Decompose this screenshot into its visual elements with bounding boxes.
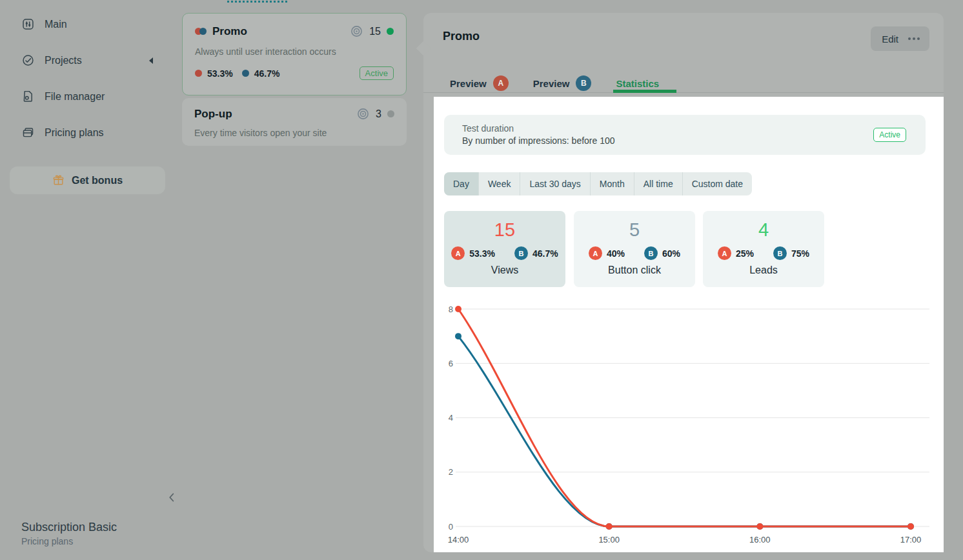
filter-day[interactable]: Day bbox=[444, 172, 479, 195]
variant-a-badge: A bbox=[451, 246, 465, 260]
panel-pointer-notch bbox=[416, 41, 431, 56]
campaign-title: Pop-up bbox=[194, 108, 232, 121]
variant-b-percent: 46.7% bbox=[532, 248, 558, 259]
sidebar-item-main[interactable]: Main bbox=[21, 17, 67, 31]
tab-label: Statistics bbox=[616, 78, 659, 89]
svg-text:0: 0 bbox=[449, 522, 453, 532]
more-options-icon[interactable] bbox=[907, 37, 929, 40]
edit-button-group: Edit bbox=[871, 26, 929, 51]
variant-a-badge: A bbox=[493, 75, 509, 91]
sidebar-item-label: Main bbox=[45, 19, 67, 30]
variant-a-badge: A bbox=[589, 246, 602, 260]
filter-last-30-days[interactable]: Last 30 days bbox=[520, 172, 590, 195]
variant-b-dot bbox=[242, 70, 249, 77]
tab-preview-b[interactable]: Preview B bbox=[533, 75, 592, 91]
campaign-title: Promo bbox=[212, 25, 247, 38]
variant-a-badge: A bbox=[718, 246, 731, 260]
status-dot-inactive bbox=[387, 110, 394, 117]
detail-panel-title: Promo bbox=[443, 30, 480, 43]
svg-text:15:00: 15:00 bbox=[598, 535, 620, 545]
svg-text:17:00: 17:00 bbox=[900, 535, 922, 545]
sidebar-item-projects[interactable]: Projects bbox=[21, 54, 82, 67]
variant-a-percent: 53.3% bbox=[207, 68, 233, 79]
triangle-left-icon[interactable] bbox=[149, 57, 153, 64]
variant-b-badge: B bbox=[773, 246, 787, 260]
metric-value: 15 bbox=[494, 219, 515, 241]
active-badge: Active bbox=[873, 128, 906, 142]
sidebar-item-pricing-plans[interactable]: Pricing plans bbox=[21, 126, 104, 139]
gift-icon bbox=[52, 174, 65, 186]
campaign-card-popup[interactable]: Pop-up 3 Every time visitors open your s… bbox=[182, 98, 407, 146]
tabs-divider bbox=[423, 92, 944, 93]
svg-text:2: 2 bbox=[449, 467, 453, 477]
campaign-card-promo[interactable]: Promo 15 Always until user interaction o… bbox=[182, 13, 407, 95]
tab-preview-a[interactable]: Preview A bbox=[450, 75, 509, 91]
variant-a-percent: 25% bbox=[736, 248, 754, 259]
svg-text:6: 6 bbox=[449, 359, 453, 368]
filter-custom-date[interactable]: Custom date bbox=[683, 172, 752, 195]
svg-text:4: 4 bbox=[449, 413, 453, 423]
ab-variants-icon bbox=[195, 28, 207, 35]
filter-month[interactable]: Month bbox=[591, 172, 634, 195]
views-count: 15 bbox=[369, 26, 381, 37]
svg-text:14:00: 14:00 bbox=[448, 535, 469, 545]
sidebar-item-file-manager[interactable]: File manager bbox=[21, 90, 105, 103]
variant-b-percent: 75% bbox=[791, 248, 809, 259]
metric-card-leads[interactable]: 4 A 25% B 75% Leads bbox=[703, 211, 824, 287]
date-range-filter: Day Week Last 30 days Month All time Cus… bbox=[444, 172, 752, 195]
svg-text:16:00: 16:00 bbox=[749, 535, 771, 545]
variant-a-percent: 40% bbox=[607, 248, 625, 259]
subscription-title: Subscription Basic bbox=[21, 521, 117, 534]
metric-value: 5 bbox=[629, 219, 640, 241]
campaign-description: Every time visitors open your site bbox=[194, 128, 394, 138]
subscription-subtitle: Pricing plans bbox=[21, 536, 73, 546]
svg-text:8: 8 bbox=[449, 305, 453, 314]
get-bonus-button[interactable]: Get bonus bbox=[10, 166, 165, 194]
variant-b-badge: B bbox=[514, 246, 528, 260]
tab-statistics[interactable]: Statistics bbox=[616, 78, 659, 89]
metric-card-views[interactable]: 15 A 53.3% B 46.7% Views bbox=[444, 211, 565, 287]
metric-label: Button click bbox=[608, 265, 661, 276]
edit-button[interactable]: Edit bbox=[871, 34, 907, 45]
views-count: 3 bbox=[376, 108, 381, 120]
test-duration-title: Test duration bbox=[462, 123, 615, 135]
status-badge: Active bbox=[360, 66, 394, 80]
metric-label: Leads bbox=[749, 265, 778, 276]
variant-b-percent: 46.7% bbox=[254, 68, 280, 79]
variant-a-dot bbox=[195, 70, 202, 77]
sidebar-item-label: File manager bbox=[45, 91, 105, 103]
views-eye-icon bbox=[356, 107, 370, 121]
filter-week[interactable]: Week bbox=[479, 172, 521, 195]
filter-all-time[interactable]: All time bbox=[634, 172, 683, 195]
chevron-left-icon[interactable] bbox=[165, 490, 179, 505]
tab-label: Preview bbox=[450, 78, 487, 89]
pricing-plans-icon bbox=[21, 126, 35, 139]
statistics-panel: Test duration By number of impressions: … bbox=[434, 97, 944, 552]
campaign-description: Always until user interaction occurs bbox=[195, 46, 394, 57]
metric-label: Views bbox=[491, 265, 518, 276]
sidebar-item-label: Pricing plans bbox=[45, 127, 104, 139]
variant-b-percent: 60% bbox=[662, 248, 680, 259]
test-duration-description: By number of impressions: before 100 bbox=[462, 135, 615, 147]
main-dashboard-icon bbox=[21, 17, 35, 31]
tab-label: Preview bbox=[533, 78, 570, 89]
variant-b-badge: B bbox=[576, 75, 591, 91]
test-duration-box: Test duration By number of impressions: … bbox=[444, 115, 926, 155]
active-tab-underline bbox=[613, 90, 676, 93]
projects-icon bbox=[21, 54, 35, 67]
metric-value: 4 bbox=[758, 219, 769, 241]
dotted-tab-underline bbox=[227, 1, 287, 3]
views-eye-icon bbox=[350, 25, 363, 38]
ab-test-line-chart: 0246814:0015:0016:0017:00 bbox=[434, 294, 944, 549]
variant-a-percent: 53.3% bbox=[469, 248, 495, 259]
status-dot-active bbox=[387, 28, 394, 35]
file-manager-icon bbox=[21, 90, 35, 103]
variant-b-badge: B bbox=[644, 246, 658, 260]
metric-card-button-click[interactable]: 5 A 40% B 60% Button click bbox=[574, 211, 695, 287]
sidebar-item-label: Projects bbox=[45, 55, 82, 66]
get-bonus-label: Get bonus bbox=[72, 175, 123, 186]
